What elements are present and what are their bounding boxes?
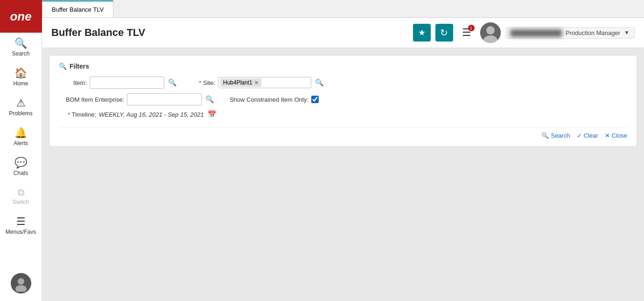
item-input[interactable]: [90, 77, 164, 89]
logo-text: one: [10, 9, 31, 24]
app-logo[interactable]: one: [0, 0, 42, 33]
chat-icon: 💬: [14, 158, 27, 168]
bom-input[interactable]: [127, 93, 202, 105]
user-dropdown[interactable]: ████████████ Production Manager ▼: [505, 27, 635, 39]
bom-search-button[interactable]: 🔍: [204, 95, 215, 104]
close-action-icon: ✕: [605, 132, 610, 139]
calendar-icon: 📅: [208, 110, 217, 118]
timeline-field-group: * Timeline: WEEKLY, Aug 16, 2021 - Sep 1…: [59, 110, 217, 119]
site-tag: Hub4Plant1 ✕: [220, 78, 261, 87]
site-tag-remove[interactable]: ✕: [254, 80, 259, 86]
refresh-icon: ↻: [440, 27, 448, 38]
filter-row-3: * Timeline: WEEKLY, Aug 16, 2021 - Sep 1…: [59, 110, 627, 119]
filter-panel: 🔍 Filters Item: 🔍 * Site:: [49, 55, 637, 147]
site-field-group: * Site: Hub4Plant1 ✕ 🔍: [187, 77, 325, 88]
show-constrained-checkbox[interactable]: [311, 96, 319, 103]
sidebar-item-chats[interactable]: 💬 Chats: [0, 152, 42, 182]
bell-icon: 🔔: [14, 128, 27, 138]
filter-row-1: Item: 🔍 * Site: Hub4Plant1 ✕: [59, 77, 627, 89]
sidebar-label-chats: Chats: [14, 170, 28, 176]
page-title: Buffer Balance TLV: [51, 27, 413, 39]
sidebar-label-problems: Problems: [9, 110, 33, 117]
sidebar-item-home[interactable]: 🏠 Home: [0, 63, 42, 92]
show-constrained-group: Show Constrained Item Only:: [224, 96, 319, 103]
sidebar-label-menus-favs: Menus/Favs: [6, 229, 36, 235]
filter-icon: 🔍: [59, 63, 67, 70]
item-search-icon: 🔍: [168, 78, 177, 86]
timeline-label: * Timeline:: [59, 111, 96, 118]
main-area: Buffer Balance TLV Buffer Balance TLV ★ …: [42, 0, 644, 301]
filter-row-2: BOM Item Enterprise: 🔍 Show Constrained …: [59, 93, 627, 105]
site-search-button[interactable]: 🔍: [314, 78, 325, 87]
sidebar-item-problems[interactable]: ⚠ Problems: [0, 92, 42, 122]
clear-link-label: Clear: [584, 132, 598, 139]
filter-actions: 🔍 Search ✓ Clear ✕ Close: [59, 127, 627, 139]
warning-icon: ⚠: [16, 98, 26, 108]
header-actions: ★ ↻ ☰ 1 ████████████ Production Manager …: [413, 22, 635, 43]
star-button[interactable]: ★: [413, 24, 431, 42]
site-input-wrap[interactable]: Hub4Plant1 ✕: [218, 77, 311, 88]
bom-label: BOM Item Enterprise:: [59, 96, 124, 103]
notification-badge: 1: [468, 25, 475, 31]
sidebar-item-switch: ⧉ Switch: [0, 182, 42, 211]
clear-action-icon: ✓: [577, 132, 582, 139]
sidebar-label-alerts: Alerts: [14, 140, 28, 147]
filter-title-bar: 🔍 Filters: [59, 63, 627, 70]
item-label: Item:: [59, 79, 87, 86]
tab-label: Buffer Balance TLV: [52, 6, 104, 13]
bom-search-icon: 🔍: [205, 95, 214, 103]
bom-field-group: BOM Item Enterprise: 🔍: [59, 93, 215, 105]
menu-icon: ☰: [16, 217, 26, 227]
sidebar: one 🔍 Search 🏠 Home ⚠ Problems 🔔 Alerts …: [0, 0, 42, 301]
page-header: Buffer Balance TLV ★ ↻ ☰ 1 ████████████: [42, 18, 644, 48]
tab-bar: Buffer Balance TLV: [42, 0, 644, 18]
close-link[interactable]: ✕ Close: [605, 132, 627, 139]
sidebar-label-home: Home: [13, 80, 28, 87]
filter-panel-title: Filters: [70, 63, 89, 70]
item-search-button[interactable]: 🔍: [167, 78, 178, 87]
sidebar-item-menus-favs[interactable]: ☰ Menus/Favs: [0, 211, 42, 241]
menu-button[interactable]: ☰ 1: [458, 24, 476, 42]
dropdown-arrow-icon: ▼: [624, 29, 630, 36]
site-label: * Site:: [187, 79, 215, 86]
item-field-group: Item: 🔍: [59, 77, 178, 89]
close-link-label: Close: [612, 132, 627, 139]
site-tag-label: Hub4Plant1: [223, 79, 252, 86]
user-role: Production Manager: [566, 29, 620, 36]
active-tab[interactable]: Buffer Balance TLV: [42, 0, 113, 17]
svg-point-4: [486, 26, 495, 35]
refresh-button[interactable]: ↻: [435, 24, 453, 42]
sidebar-item-alerts[interactable]: 🔔 Alerts: [0, 122, 42, 152]
search-icon: 🔍: [14, 38, 27, 49]
search-action-icon: 🔍: [541, 132, 549, 139]
sidebar-label-switch: Switch: [13, 199, 29, 205]
timeline-value: WEEKLY, Aug 16, 2021 - Sep 15, 2021: [99, 111, 204, 118]
star-icon: ★: [418, 28, 426, 38]
avatar-bottom: [11, 273, 31, 294]
show-constrained-label: Show Constrained Item Only:: [224, 96, 308, 103]
sidebar-item-search[interactable]: 🔍 Search: [0, 33, 42, 63]
sidebar-user-avatar-bottom[interactable]: [0, 267, 42, 301]
user-avatar: [480, 22, 501, 43]
content-area: 🔍 Filters Item: 🔍 * Site:: [42, 48, 644, 301]
timeline-calendar-button[interactable]: 📅: [207, 110, 217, 119]
search-link[interactable]: 🔍 Search: [541, 132, 570, 139]
user-name: ████████████: [511, 29, 562, 36]
search-link-label: Search: [551, 132, 570, 139]
svg-point-1: [18, 278, 24, 285]
clear-link[interactable]: ✓ Clear: [577, 132, 598, 139]
switch-icon: ⧉: [18, 188, 24, 197]
sidebar-label-search: Search: [12, 50, 29, 57]
home-icon: 🏠: [14, 68, 27, 78]
site-search-icon: 🔍: [315, 78, 324, 86]
